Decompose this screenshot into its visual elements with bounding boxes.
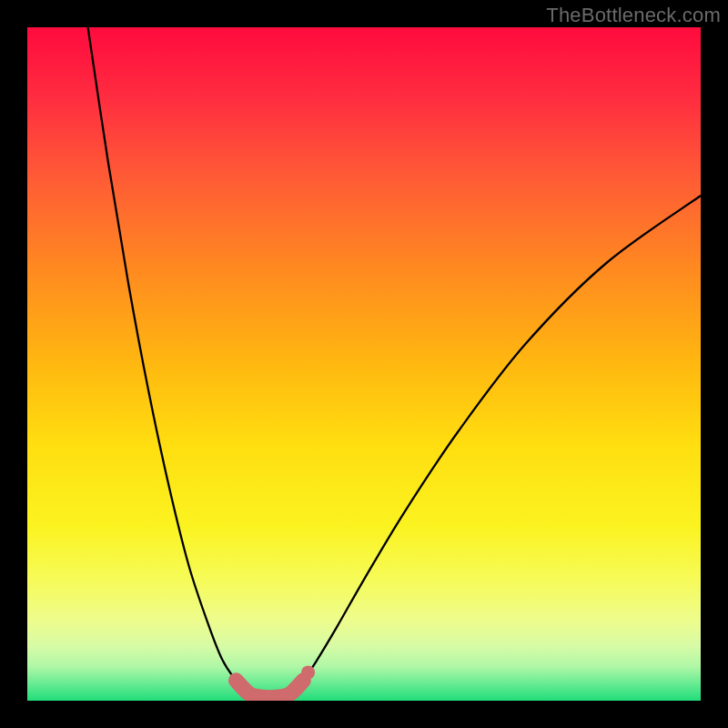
watermark-text: TheBottleneck.com <box>546 4 721 27</box>
chart-frame <box>27 27 701 701</box>
background-gradient <box>27 27 701 701</box>
svg-rect-0 <box>27 27 701 701</box>
